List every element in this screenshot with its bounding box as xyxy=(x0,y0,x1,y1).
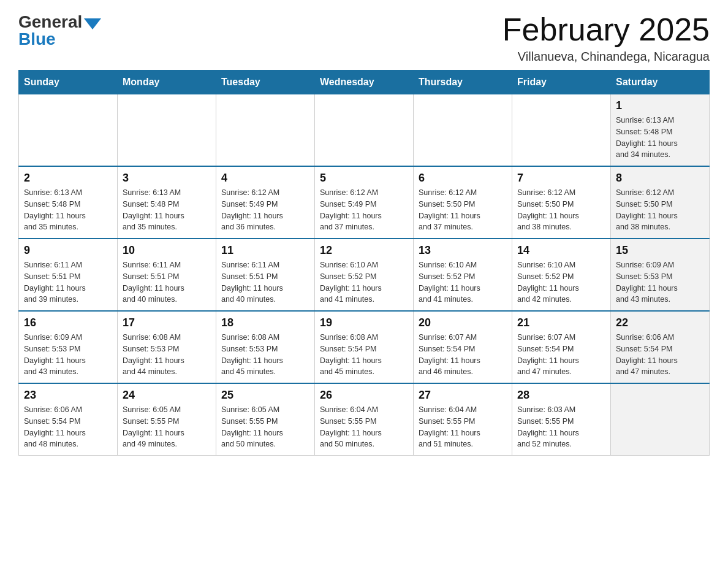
calendar-cell: 28Sunrise: 6:03 AM Sunset: 5:55 PM Dayli… xyxy=(512,383,611,456)
calendar-subtitle: Villanueva, Chinandega, Nicaragua xyxy=(502,50,710,64)
weekday-header-thursday: Thursday xyxy=(414,71,512,94)
logo-blue-text: Blue xyxy=(18,29,56,49)
calendar-week-row: 1Sunrise: 6:13 AM Sunset: 5:48 PM Daylig… xyxy=(19,94,710,167)
calendar-cell: 11Sunrise: 6:11 AM Sunset: 5:51 PM Dayli… xyxy=(216,239,315,311)
calendar-cell: 21Sunrise: 6:07 AM Sunset: 5:54 PM Dayli… xyxy=(512,311,611,383)
day-number: 12 xyxy=(320,244,408,257)
day-info: Sunrise: 6:09 AM Sunset: 5:53 PM Dayligh… xyxy=(24,332,112,378)
calendar-cell xyxy=(512,94,611,167)
day-info: Sunrise: 6:04 AM Sunset: 5:55 PM Dayligh… xyxy=(320,404,408,450)
day-info: Sunrise: 6:08 AM Sunset: 5:53 PM Dayligh… xyxy=(221,332,309,378)
calendar-cell: 20Sunrise: 6:07 AM Sunset: 5:54 PM Dayli… xyxy=(414,311,512,383)
calendar-cell: 4Sunrise: 6:12 AM Sunset: 5:49 PM Daylig… xyxy=(216,166,315,239)
day-info: Sunrise: 6:13 AM Sunset: 5:48 PM Dayligh… xyxy=(123,187,211,233)
logo-arrow-icon xyxy=(84,18,101,29)
day-info: Sunrise: 6:05 AM Sunset: 5:55 PM Dayligh… xyxy=(123,404,211,450)
day-number: 25 xyxy=(221,389,309,402)
calendar-cell xyxy=(118,94,216,167)
weekday-header-friday: Friday xyxy=(512,71,611,94)
day-info: Sunrise: 6:07 AM Sunset: 5:54 PM Dayligh… xyxy=(517,332,605,378)
page-header: General Blue February 2025 Villanueva, C… xyxy=(18,12,710,64)
day-info: Sunrise: 6:11 AM Sunset: 5:51 PM Dayligh… xyxy=(221,259,309,305)
day-info: Sunrise: 6:09 AM Sunset: 5:53 PM Dayligh… xyxy=(616,259,704,305)
day-number: 26 xyxy=(320,389,408,402)
day-info: Sunrise: 6:12 AM Sunset: 5:50 PM Dayligh… xyxy=(517,187,605,233)
calendar-cell: 19Sunrise: 6:08 AM Sunset: 5:54 PM Dayli… xyxy=(315,311,414,383)
day-number: 23 xyxy=(24,389,112,402)
day-number: 19 xyxy=(320,316,408,329)
calendar-cell: 27Sunrise: 6:04 AM Sunset: 5:55 PM Dayli… xyxy=(414,383,512,456)
day-number: 27 xyxy=(419,389,507,402)
day-number: 28 xyxy=(517,389,605,402)
day-info: Sunrise: 6:06 AM Sunset: 5:54 PM Dayligh… xyxy=(616,332,704,378)
day-number: 5 xyxy=(320,172,408,185)
calendar-cell: 5Sunrise: 6:12 AM Sunset: 5:49 PM Daylig… xyxy=(315,166,414,239)
calendar-cell xyxy=(216,94,315,167)
calendar-cell: 13Sunrise: 6:10 AM Sunset: 5:52 PM Dayli… xyxy=(414,239,512,311)
day-number: 9 xyxy=(24,244,112,257)
calendar-week-row: 23Sunrise: 6:06 AM Sunset: 5:54 PM Dayli… xyxy=(19,383,710,456)
day-number: 16 xyxy=(24,316,112,329)
calendar-cell xyxy=(19,94,118,167)
day-number: 3 xyxy=(123,172,211,185)
day-info: Sunrise: 6:10 AM Sunset: 5:52 PM Dayligh… xyxy=(517,259,605,305)
calendar-cell: 3Sunrise: 6:13 AM Sunset: 5:48 PM Daylig… xyxy=(118,166,216,239)
calendar-cell: 17Sunrise: 6:08 AM Sunset: 5:53 PM Dayli… xyxy=(118,311,216,383)
weekday-header-wednesday: Wednesday xyxy=(315,71,414,94)
day-info: Sunrise: 6:07 AM Sunset: 5:54 PM Dayligh… xyxy=(419,332,507,378)
calendar-week-row: 9Sunrise: 6:11 AM Sunset: 5:51 PM Daylig… xyxy=(19,239,710,311)
day-number: 18 xyxy=(221,316,309,329)
calendar-table: SundayMondayTuesdayWednesdayThursdayFrid… xyxy=(18,70,710,456)
day-number: 11 xyxy=(221,244,309,257)
calendar-cell: 1Sunrise: 6:13 AM Sunset: 5:48 PM Daylig… xyxy=(611,94,710,167)
calendar-cell: 24Sunrise: 6:05 AM Sunset: 5:55 PM Dayli… xyxy=(118,383,216,456)
day-info: Sunrise: 6:13 AM Sunset: 5:48 PM Dayligh… xyxy=(616,115,704,161)
calendar-cell: 7Sunrise: 6:12 AM Sunset: 5:50 PM Daylig… xyxy=(512,166,611,239)
calendar-cell: 22Sunrise: 6:06 AM Sunset: 5:54 PM Dayli… xyxy=(611,311,710,383)
day-number: 14 xyxy=(517,244,605,257)
day-info: Sunrise: 6:05 AM Sunset: 5:55 PM Dayligh… xyxy=(221,404,309,450)
day-number: 7 xyxy=(517,172,605,185)
calendar-week-row: 16Sunrise: 6:09 AM Sunset: 5:53 PM Dayli… xyxy=(19,311,710,383)
day-info: Sunrise: 6:12 AM Sunset: 5:50 PM Dayligh… xyxy=(419,187,507,233)
day-number: 20 xyxy=(419,316,507,329)
day-info: Sunrise: 6:13 AM Sunset: 5:48 PM Dayligh… xyxy=(24,187,112,233)
calendar-cell xyxy=(315,94,414,167)
day-info: Sunrise: 6:06 AM Sunset: 5:54 PM Dayligh… xyxy=(24,404,112,450)
day-number: 1 xyxy=(616,99,704,112)
weekday-header-sunday: Sunday xyxy=(19,71,118,94)
day-number: 13 xyxy=(419,244,507,257)
day-info: Sunrise: 6:08 AM Sunset: 5:54 PM Dayligh… xyxy=(320,332,408,378)
calendar-cell: 23Sunrise: 6:06 AM Sunset: 5:54 PM Dayli… xyxy=(19,383,118,456)
logo: General Blue xyxy=(18,12,101,49)
calendar-cell: 16Sunrise: 6:09 AM Sunset: 5:53 PM Dayli… xyxy=(19,311,118,383)
calendar-cell: 6Sunrise: 6:12 AM Sunset: 5:50 PM Daylig… xyxy=(414,166,512,239)
day-number: 2 xyxy=(24,172,112,185)
day-number: 15 xyxy=(616,244,704,257)
day-number: 10 xyxy=(123,244,211,257)
weekday-header-tuesday: Tuesday xyxy=(216,71,315,94)
calendar-cell: 9Sunrise: 6:11 AM Sunset: 5:51 PM Daylig… xyxy=(19,239,118,311)
calendar-cell: 12Sunrise: 6:10 AM Sunset: 5:52 PM Dayli… xyxy=(315,239,414,311)
calendar-cell: 25Sunrise: 6:05 AM Sunset: 5:55 PM Dayli… xyxy=(216,383,315,456)
calendar-cell xyxy=(611,383,710,456)
day-info: Sunrise: 6:11 AM Sunset: 5:51 PM Dayligh… xyxy=(24,259,112,305)
calendar-week-row: 2Sunrise: 6:13 AM Sunset: 5:48 PM Daylig… xyxy=(19,166,710,239)
day-info: Sunrise: 6:11 AM Sunset: 5:51 PM Dayligh… xyxy=(123,259,211,305)
calendar-title: February 2025 xyxy=(502,12,710,47)
weekday-header-saturday: Saturday xyxy=(611,71,710,94)
calendar-cell xyxy=(414,94,512,167)
day-info: Sunrise: 6:12 AM Sunset: 5:49 PM Dayligh… xyxy=(320,187,408,233)
day-info: Sunrise: 6:12 AM Sunset: 5:49 PM Dayligh… xyxy=(221,187,309,233)
title-block: February 2025 Villanueva, Chinandega, Ni… xyxy=(502,12,710,64)
day-number: 4 xyxy=(221,172,309,185)
day-number: 6 xyxy=(419,172,507,185)
day-info: Sunrise: 6:04 AM Sunset: 5:55 PM Dayligh… xyxy=(419,404,507,450)
calendar-cell: 26Sunrise: 6:04 AM Sunset: 5:55 PM Dayli… xyxy=(315,383,414,456)
calendar-cell: 18Sunrise: 6:08 AM Sunset: 5:53 PM Dayli… xyxy=(216,311,315,383)
day-info: Sunrise: 6:08 AM Sunset: 5:53 PM Dayligh… xyxy=(123,332,211,378)
day-info: Sunrise: 6:03 AM Sunset: 5:55 PM Dayligh… xyxy=(517,404,605,450)
day-number: 17 xyxy=(123,316,211,329)
day-number: 21 xyxy=(517,316,605,329)
day-number: 22 xyxy=(616,316,704,329)
